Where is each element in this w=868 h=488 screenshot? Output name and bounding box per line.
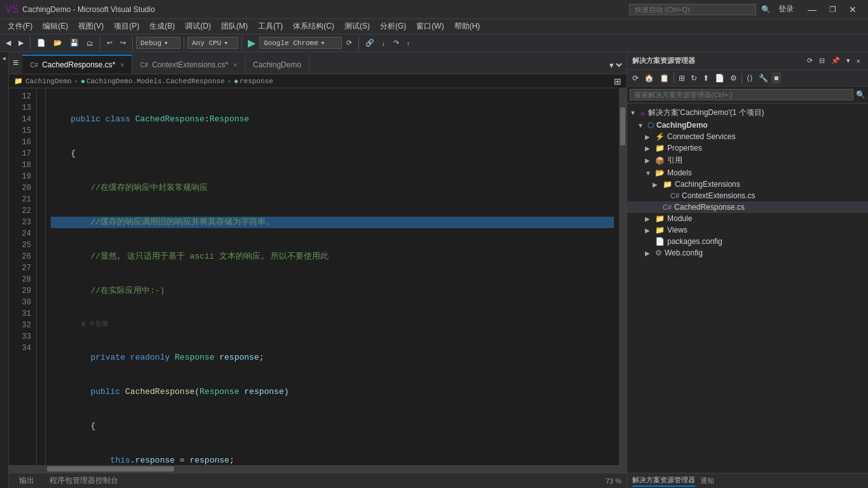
tab-contextextensions[interactable]: C# ContextExtensions.cs* × xyxy=(132,55,245,74)
tab-dropdown[interactable]: ▾ xyxy=(607,56,624,74)
expand-icon9: ▶ xyxy=(653,204,660,211)
tree-item-solution[interactable]: ▼ ◈ 解决方案'CachingDemo'(1 个项目) xyxy=(627,106,868,119)
tree-item-models[interactable]: ▼ 📂 Models xyxy=(627,167,868,179)
folder-icon-models: 📂 xyxy=(655,168,665,177)
attach-btn[interactable]: 🔗 xyxy=(362,37,377,49)
tab-cs-icon: C# xyxy=(30,62,38,69)
menu-item-项目[interactable]: 项目(P) xyxy=(109,20,144,33)
breadcrumb-project[interactable]: CachingDemo xyxy=(25,78,72,85)
tab-cachingdemo[interactable]: CachingDemo xyxy=(245,55,309,74)
cpu-config-dropdown[interactable]: Any CPU ▾ xyxy=(187,37,238,49)
redo-btn[interactable]: ↪ xyxy=(117,37,129,49)
tree-item-project[interactable]: ▼ ⬡ CachingDemo xyxy=(627,119,868,131)
tree-label13: Web.config xyxy=(665,248,703,257)
save-btn[interactable]: 💾 xyxy=(67,37,82,49)
step-into-btn[interactable]: ↓ xyxy=(379,37,389,49)
menu-item-编辑[interactable]: 编辑(E) xyxy=(37,20,73,33)
expand-icon3: ▶ xyxy=(645,133,653,140)
sol-pin2-btn[interactable]: ▾ xyxy=(844,55,853,66)
maximize-btn[interactable]: ❐ xyxy=(823,4,843,15)
sol-close-btn[interactable]: × xyxy=(854,55,863,66)
sol-tb-btn1[interactable]: ⟳ xyxy=(630,72,641,84)
tree-item-cachedresponse[interactable]: ▶ C# CachedResponse.cs xyxy=(627,201,868,213)
tree-item-connected-services[interactable]: ▶ ⚡ Connected Services xyxy=(627,131,868,142)
h-scrollbar-thumb[interactable] xyxy=(47,466,174,471)
tree-label8: ContextExtensions.cs xyxy=(682,191,755,200)
sol-collapse-btn[interactable]: ⊟ xyxy=(817,55,827,66)
sol-tb-btn8[interactable]: ⚙ xyxy=(728,72,740,84)
solution-search-btn[interactable]: 🔍 xyxy=(856,90,865,99)
undo-btn[interactable]: ↩ xyxy=(104,37,116,49)
step-over-btn[interactable]: ↷ xyxy=(390,37,402,49)
code-content[interactable]: public class CachedResponse:Response { /… xyxy=(46,88,619,465)
menu-item-生成[interactable]: 生成(B) xyxy=(144,20,180,33)
tree-item-views[interactable]: ▶ 📁 Views xyxy=(627,224,868,236)
sol-tb-btn11[interactable]: ■ xyxy=(771,72,781,84)
search-icon[interactable]: 🔍 xyxy=(761,5,771,14)
sol-tab-notifications[interactable]: 通知 xyxy=(700,476,714,485)
menu-item-文件[interactable]: 文件(F) xyxy=(3,20,37,33)
sol-tb-btn6[interactable]: ⬆ xyxy=(700,72,712,84)
new-project-btn[interactable]: 📄 xyxy=(34,37,49,49)
code-editor[interactable]: 12131415161718 19202122232425 2627282930… xyxy=(9,88,627,465)
tab-cachedresponse[interactable]: C# CachedResponse.cs* × xyxy=(22,55,132,74)
sol-tb-btn4[interactable]: ⊞ xyxy=(676,72,688,84)
sol-tb-btn7[interactable]: 📄 xyxy=(712,72,727,84)
save-all-btn[interactable]: 🗂 xyxy=(83,37,97,49)
sol-tb-btn10[interactable]: 🔧 xyxy=(756,72,771,84)
code-gutter xyxy=(37,88,46,465)
expand-editor-btn[interactable]: ⊞ xyxy=(614,76,621,86)
step-out-btn[interactable]: ↑ xyxy=(403,37,414,49)
menu-item-分析[interactable]: 分析(G) xyxy=(375,20,411,33)
debug-config-dropdown[interactable]: Debug ▾ xyxy=(136,37,180,49)
menu-item-窗口[interactable]: 窗口(W) xyxy=(411,20,449,33)
menu-item-帮助[interactable]: 帮助(H) xyxy=(449,20,485,33)
menu-item-体系结构[interactable]: 体系结构(C) xyxy=(288,20,339,33)
tree-item-module[interactable]: ▶ 📁 Module xyxy=(627,213,868,224)
sol-pin-btn[interactable]: 📌 xyxy=(829,55,843,66)
sol-tb-btn2[interactable]: 🏠 xyxy=(642,72,656,84)
tree-item-web-config[interactable]: ▶ ⚙ Web.config xyxy=(627,247,868,259)
menu-item-工具[interactable]: 工具(T) xyxy=(253,20,288,33)
tab-package-manager[interactable]: 程序包管理器控制台 xyxy=(44,474,123,487)
menu-item-测试[interactable]: 测试(S) xyxy=(339,20,375,33)
sol-tb-btn9[interactable]: ⟨⟩ xyxy=(744,72,756,84)
expand-icon7: ▶ xyxy=(653,181,660,188)
cs-icon-contextextensions: C# xyxy=(670,192,679,200)
scrollbar-thumb[interactable] xyxy=(620,107,625,146)
tree-item-references[interactable]: ▶ 📦 引用 xyxy=(627,154,868,167)
browser-dropdown[interactable]: Google Chrome ▾ xyxy=(259,37,342,49)
tab-close-btn2[interactable]: × xyxy=(233,62,237,69)
sol-tb-btn5[interactable]: ↻ xyxy=(688,72,700,84)
sign-in-btn[interactable]: 登录 xyxy=(778,4,794,15)
tab-close-btn[interactable]: × xyxy=(121,62,125,69)
open-btn[interactable]: 📂 xyxy=(50,37,65,49)
minimize-btn[interactable]: — xyxy=(801,3,823,16)
tree-label4: Properties xyxy=(667,144,702,152)
sol-tab-solution-explorer[interactable]: 解决方案资源管理器 xyxy=(632,475,695,487)
tree-item-packages-config[interactable]: ▶ 📄 packages.config xyxy=(627,236,868,247)
sol-sync-btn[interactable]: ⟳ xyxy=(804,55,815,66)
close-btn[interactable]: ✕ xyxy=(843,3,863,16)
tree-item-contextextensions[interactable]: ▶ C# ContextExtensions.cs xyxy=(627,190,868,201)
tree-item-properties[interactable]: ▶ 📁 Properties xyxy=(627,142,868,154)
solution-search-input[interactable] xyxy=(630,89,853,100)
sol-tb-btn3[interactable]: 📋 xyxy=(657,72,672,84)
forward-btn[interactable]: ▶ xyxy=(15,37,27,49)
expand-icon4: ▶ xyxy=(645,145,653,152)
tree-item-caching-extensions[interactable]: ▶ 📁 CachingExtensions xyxy=(627,179,868,190)
menu-item-视图[interactable]: 视图(V) xyxy=(73,20,109,33)
title-bar: VS CachingDemo - Microsoft Visual Studio… xyxy=(0,0,868,19)
horizontal-scrollbar[interactable] xyxy=(9,465,627,473)
tab-output[interactable]: 输出 xyxy=(14,474,39,487)
vertical-scrollbar[interactable] xyxy=(619,88,627,465)
menu-item-调试[interactable]: 调试(D) xyxy=(180,20,216,33)
expand-tabs-btn[interactable]: ≡ xyxy=(9,52,22,74)
back-btn[interactable]: ◀ xyxy=(3,37,14,49)
expand-icon2: ▼ xyxy=(637,122,645,129)
tab-bar: ≡ C# CachedResponse.cs* × C# ContextExte… xyxy=(9,52,627,74)
refresh-btn[interactable]: ⟳ xyxy=(343,37,355,49)
menu-item-团队[interactable]: 团队(M) xyxy=(216,20,253,33)
run-btn[interactable]: ▶ xyxy=(245,37,258,49)
quick-search-input[interactable] xyxy=(629,4,756,15)
